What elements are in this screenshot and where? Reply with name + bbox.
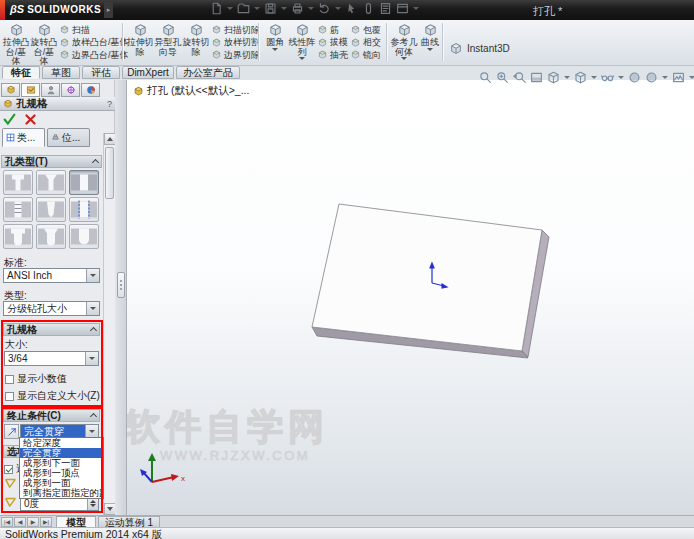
print-icon[interactable] [291,2,304,15]
display-style-icon[interactable] [574,71,587,84]
boundary-cut-button[interactable]: 边界切除 [211,49,260,61]
hole-type-straight-slot-button[interactable] [69,224,99,249]
rib-button[interactable]: 筋 [317,24,348,36]
curves-caret[interactable] [427,48,433,51]
hole-type-legacy-button[interactable] [69,197,99,222]
panel-splitter[interactable] [115,80,127,515]
dropdown-option[interactable]: 给定深度 [20,438,103,448]
hole-type-counterbore-slot-button[interactable] [3,224,33,249]
boss-extrude-button[interactable]: 拉伸凸 台/基 体 [2,21,30,64]
sweep-cut-button[interactable]: 扫描切除 [211,24,260,36]
options-caret[interactable] [413,7,419,10]
dropdown-option-selected[interactable]: 完全贯穿 [20,448,103,458]
dropdown-option[interactable]: 成形到一面 [20,478,103,488]
view-settings-icon[interactable] [672,71,685,84]
zoom-area-icon[interactable] [496,71,509,84]
loft-button[interactable]: 放样凸台/基体 [59,37,129,49]
dropdown-option[interactable]: 成形到一顶点 [20,468,103,478]
tab-evaluate[interactable]: 评估 [82,66,120,79]
hole-type-countersink-button[interactable] [36,170,66,195]
sweep-button[interactable]: 扫描 [59,24,129,36]
viewport-canvas[interactable]: 软件自学网 WWW.RJZXW.COM x [127,80,694,515]
hole-type-combo[interactable]: 分级钻孔大小 [3,301,100,316]
hole-spec-section-header[interactable]: 孔规格 [3,323,100,336]
hide-show-items-caret[interactable] [618,76,624,79]
end-condition-section-header[interactable]: 终止条件(C) [3,409,100,422]
dropdown-option[interactable]: 成形到下一面 [20,458,103,468]
reference-geometry-caret[interactable] [401,57,407,60]
tab-property-manager[interactable] [21,83,40,97]
cancel-x-icon[interactable] [24,113,37,126]
checkbox-box[interactable] [5,392,14,401]
wrap-button[interactable]: 包覆 [350,24,381,36]
options-icon[interactable] [396,2,409,15]
hide-show-items-icon[interactable] [601,71,614,84]
hole-type-tapped-button[interactable] [3,197,33,222]
help-icon[interactable]: ? [107,99,112,109]
flyout-feature-tree[interactable]: 打孔 (默认<<默认>_... [133,84,249,98]
standard-combo-caret[interactable] [86,269,99,282]
rebuild-icon[interactable] [362,2,375,15]
next-tab-button[interactable]: ▶ [27,517,39,527]
new-file-caret[interactable] [227,7,233,10]
tab-features[interactable]: 特征 [2,66,40,79]
save-icon[interactable] [264,2,277,15]
dropdown-option[interactable]: 到离指定面指定的距离 [20,488,103,498]
tab-hole-position[interactable]: 位... [47,128,90,147]
splitter-handle[interactable] [117,272,125,298]
view-orientation-icon[interactable] [547,71,560,84]
draft-button[interactable]: 拔模 [317,37,348,49]
instant3d-button[interactable]: Instant3D [448,21,510,64]
hole-type-section-header[interactable]: 孔类型(T) [1,155,102,168]
fillet-caret[interactable] [272,48,278,51]
standard-combo[interactable]: ANSI Inch [3,268,100,283]
reference-geometry-button[interactable]: 参考几 何体 [390,21,418,64]
hole-type-pipe-tap-button[interactable] [36,197,66,222]
loft-cut-button[interactable]: 放样切割 [211,37,260,49]
revolve-boss-button[interactable]: 旋转凸 台/基 体 [30,21,58,64]
scene-caret[interactable] [662,76,668,79]
hole-type-counterbore-button[interactable] [3,170,33,195]
show-decimal-checkbox[interactable]: 显示小数值 [5,372,67,386]
linear-pattern-caret[interactable] [299,57,305,60]
scrollbar-thumb[interactable] [105,147,114,199]
new-file-icon[interactable] [210,2,223,15]
tab-feature-tree[interactable] [1,83,20,97]
checkbox-box[interactable] [5,375,14,384]
zoom-previous-icon[interactable] [513,71,526,84]
file-properties-icon[interactable] [379,2,392,15]
print-caret[interactable] [308,7,314,10]
first-tab-button[interactable]: |◀ [1,517,13,527]
zoom-fit-icon[interactable] [479,71,492,84]
hole-size-combo-caret[interactable] [85,352,98,365]
boundary-boss-button[interactable]: 边界凸台/基体 [59,49,129,61]
tab-office-products[interactable]: 办公室产品 [176,66,240,79]
tab-dimxpert-manager[interactable] [61,83,80,97]
cut-revolve-button[interactable]: 旋转切 除 [182,21,210,64]
select-icon[interactable] [345,2,358,15]
open-file-icon[interactable] [237,2,250,15]
hole-size-combo[interactable]: 3/64 [4,351,99,366]
last-tab-button[interactable]: ▶| [40,517,52,527]
linear-pattern-button[interactable]: 线性阵 列 [288,21,316,64]
save-caret[interactable] [281,7,287,10]
prev-tab-button[interactable]: ◀ [14,517,26,527]
view-settings-caret[interactable] [689,76,694,79]
menu-expand-arrow[interactable]: ▸ [104,2,113,18]
tab-dimxpert[interactable]: DimXpert [122,66,174,79]
checkbox-box[interactable] [4,465,13,474]
view-orientation-caret[interactable] [564,76,570,79]
tab-hole-type[interactable]: 类... [2,128,45,147]
appearance-icon[interactable] [628,71,641,84]
fillet-button[interactable]: 圆角 [262,21,288,64]
cut-extrude-button[interactable]: 拉伸切 除 [126,21,154,64]
intersect-button[interactable]: 相交 [350,37,381,49]
section-view-icon[interactable] [530,71,543,84]
display-style-caret[interactable] [591,76,597,79]
hole-type-straight-button[interactable] [69,170,99,195]
ok-check-icon[interactable] [3,113,16,126]
hole-type-countersink-slot-button[interactable] [36,224,66,249]
shell-button[interactable]: 抽壳 [317,49,348,61]
depth-direction-button[interactable] [4,424,19,439]
show-custom-size-checkbox[interactable]: 显示自定义大小(Z) [5,389,100,403]
